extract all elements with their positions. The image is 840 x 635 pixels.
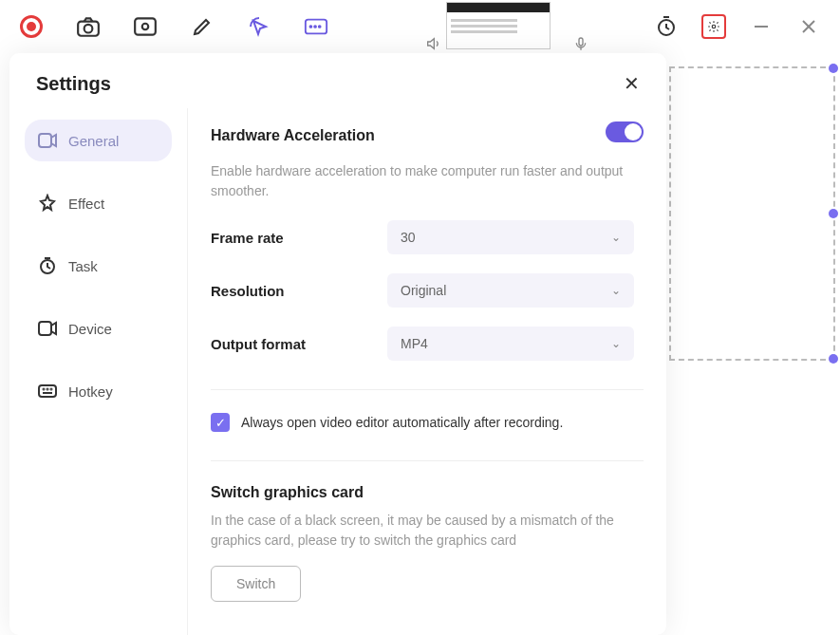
- resolution-select[interactable]: Original ⌄: [387, 273, 634, 308]
- output-format-label: Output format: [211, 336, 387, 352]
- auto-editor-label: Always open video editor automatically a…: [241, 415, 563, 430]
- sidebar-item-label: General: [68, 133, 119, 149]
- frame-rate-label: Frame rate: [211, 230, 387, 246]
- svg-rect-17: [39, 385, 56, 397]
- settings-panel: Settings ✕ General Effect Task Device: [9, 53, 666, 635]
- hardware-accel-toggle[interactable]: [606, 121, 644, 142]
- resize-handle-top-right[interactable]: [829, 64, 838, 73]
- divider: [211, 389, 644, 390]
- sidebar-item-label: Task: [68, 258, 98, 274]
- settings-title: Settings: [36, 73, 111, 95]
- sidebar-item-effect[interactable]: Effect: [25, 182, 172, 224]
- svg-rect-8: [579, 38, 583, 46]
- timer-icon[interactable]: [654, 14, 679, 39]
- webcam-icon[interactable]: [133, 14, 158, 39]
- resize-handle-middle-right[interactable]: [829, 209, 838, 218]
- settings-sidebar: General Effect Task Device Hotkey: [9, 108, 188, 635]
- cursor-click-icon[interactable]: [247, 14, 271, 39]
- device-icon: [38, 319, 57, 338]
- camera-icon[interactable]: [76, 14, 101, 39]
- volume-icon[interactable]: [425, 36, 440, 51]
- pencil-icon[interactable]: [190, 14, 215, 39]
- hardware-accel-title: Hardware Acceleration: [211, 127, 375, 144]
- svg-point-6: [314, 26, 316, 28]
- close-icon[interactable]: [796, 14, 821, 39]
- output-format-select[interactable]: MP4 ⌄: [387, 327, 634, 361]
- textbox-icon[interactable]: [304, 14, 328, 39]
- hotkey-icon: [38, 382, 57, 401]
- task-icon: [38, 256, 57, 275]
- svg-rect-2: [135, 18, 156, 34]
- svg-point-7: [319, 26, 321, 28]
- general-icon: [38, 131, 57, 150]
- record-button[interactable]: [19, 14, 44, 39]
- sidebar-item-label: Effect: [68, 196, 104, 212]
- divider: [211, 460, 644, 461]
- frame-rate-select[interactable]: 30 ⌄: [387, 220, 634, 254]
- auto-editor-checkbox[interactable]: ✓: [211, 413, 230, 432]
- minimize-icon[interactable]: [749, 14, 774, 39]
- sidebar-item-hotkey[interactable]: Hotkey: [25, 370, 172, 412]
- svg-rect-16: [39, 322, 51, 335]
- switch-graphics-button[interactable]: Switch: [211, 566, 301, 602]
- switch-graphics-title: Switch graphics card: [211, 484, 644, 501]
- settings-content: Hardware Acceleration Enable hardware ac…: [188, 108, 666, 635]
- sidebar-item-label: Hotkey: [68, 383, 113, 400]
- frame-rate-value: 30: [401, 230, 416, 245]
- svg-point-1: [84, 25, 93, 33]
- resolution-value: Original: [401, 283, 446, 298]
- svg-point-10: [712, 25, 716, 28]
- switch-graphics-desc: In the case of a black screen, it may be…: [211, 511, 644, 551]
- sidebar-item-task[interactable]: Task: [25, 245, 172, 287]
- chevron-down-icon: ⌄: [611, 231, 621, 244]
- svg-rect-14: [39, 134, 51, 147]
- svg-point-18: [44, 389, 45, 390]
- resize-handle-bottom-right[interactable]: [829, 354, 838, 364]
- effect-icon: [38, 194, 57, 213]
- close-settings-icon[interactable]: ✕: [624, 72, 640, 95]
- sidebar-item-general[interactable]: General: [25, 120, 172, 161]
- hardware-accel-desc: Enable hardware acceleration to make com…: [211, 161, 644, 201]
- svg-point-19: [47, 389, 48, 390]
- chevron-down-icon: ⌄: [611, 337, 621, 350]
- output-format-value: MP4: [401, 336, 428, 351]
- microphone-icon[interactable]: [573, 36, 588, 51]
- chevron-down-icon: ⌄: [611, 284, 621, 297]
- sidebar-item-device[interactable]: Device: [25, 308, 172, 349]
- sidebar-item-label: Device: [68, 321, 112, 337]
- resolution-label: Resolution: [211, 283, 387, 299]
- svg-point-5: [310, 26, 312, 28]
- svg-point-20: [51, 389, 52, 390]
- recording-selection-area[interactable]: [669, 66, 835, 361]
- main-toolbar: [0, 0, 840, 53]
- svg-point-3: [142, 24, 149, 30]
- settings-icon[interactable]: [701, 14, 726, 39]
- audio-indicators: [425, 36, 588, 51]
